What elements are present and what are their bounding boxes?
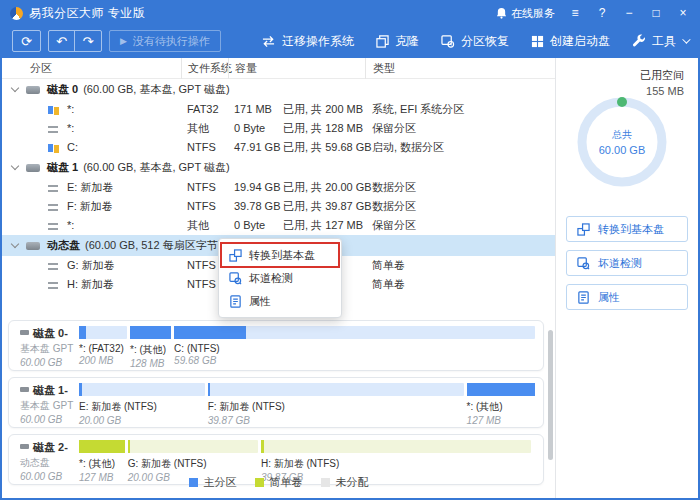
used-value-cell: 0 Byte <box>234 216 265 235</box>
disk-map-label: 磁盘 0-基本盘 GPT60.00 GB <box>20 326 78 368</box>
pending-operations-button[interactable]: ▶ 没有待执行操作 <box>109 30 221 52</box>
partition-segment-name: F: 新加卷 (NTFS) <box>208 400 464 414</box>
partition-name: G: 新加卷 <box>67 259 115 271</box>
table-row-partition[interactable]: E: 新加卷NTFS19.94 GB已用, 共 20.00 GB数据分区 <box>2 178 555 197</box>
toolbar-action-label: 迁移操作系统 <box>282 33 354 50</box>
disk-map-card[interactable]: 磁盘 0-基本盘 GPT60.00 GB*: (FAT32)200 MB*: (… <box>8 320 544 371</box>
toolbar-action-clone[interactable]: 克隆 <box>376 33 419 50</box>
total-value: 60.00 GB <box>574 144 670 156</box>
toolbar-actions: 迁移操作系统克隆分区恢复创建启动盘工具 <box>261 33 688 50</box>
disk-map-bars: E: 新加卷 (NTFS)20.00 GBF: 新加卷 (NTFS)39.87 … <box>79 383 536 426</box>
partition-segment-fill <box>79 326 86 339</box>
help-icon[interactable]: ? <box>595 6 609 20</box>
properties-icon <box>229 295 242 308</box>
main-content: 分区 文件系统 容量 类型 磁盘 0(60.00 GB, 基本盘, GPT 磁盘… <box>2 58 698 498</box>
sidebar-button-properties[interactable]: 属性 <box>566 284 688 310</box>
partition-segment-fill <box>261 440 264 453</box>
table-row-partition[interactable]: F: 新加卷NTFS39.78 GB已用, 共 39.87 GB数据分区 <box>2 197 555 216</box>
filesystem-cell: NTFS <box>187 197 216 216</box>
menu-icon[interactable]: ≡ <box>568 6 582 20</box>
sidebar: 已用空间 155 MB 总共 60.00 GB 转换到基本盘坏道检测属性 <box>555 58 698 498</box>
context-menu-item-label: 坏道检测 <box>249 271 293 286</box>
table-row-partition[interactable]: *:其他0 Byte已用, 共 127 MB保留分区 <box>2 216 555 235</box>
sidebar-button-label: 转换到基本盘 <box>598 222 664 237</box>
sidebar-button-convert-to-basic[interactable]: 转换到基本盘 <box>566 216 688 242</box>
partition-panel: 分区 文件系统 容量 类型 磁盘 0(60.00 GB, 基本盘, GPT 磁盘… <box>2 58 555 498</box>
toolbar-action-label: 分区恢复 <box>461 33 509 50</box>
context-menu-item-convert-to-basic[interactable]: 转换到基本盘 <box>222 244 338 266</box>
disk-map-size: 60.00 GB <box>20 357 78 368</box>
used-value-cell: 0 Byte <box>234 119 265 138</box>
toolbar-action-tools[interactable]: 工具 <box>632 33 688 50</box>
partition-name: C: <box>67 141 78 153</box>
table-row-partition[interactable]: *:其他0 Byte已用, 共 128 MB保留分区 <box>2 119 555 138</box>
redo-button[interactable]: ↷ <box>75 31 101 51</box>
toolbar-action-create-boot-disk[interactable]: 创建启动盘 <box>531 33 610 50</box>
partition-segment[interactable] <box>130 326 171 339</box>
toolbar-action-migrate-os[interactable]: 迁移操作系统 <box>261 33 354 50</box>
maximize-icon[interactable]: □ <box>649 6 663 20</box>
legend-swatch-icon <box>321 478 330 487</box>
filesystem-cell: FAT32 <box>187 100 219 119</box>
undo-button[interactable]: ↶ <box>49 31 75 51</box>
drive-icon <box>20 387 29 392</box>
capacity-cell: 已用, 共 20.00 GB <box>283 178 372 197</box>
partition-segment-name: C: (NTFS) <box>174 343 535 354</box>
table-row-disk[interactable]: 磁盘 1(60.00 GB, 基本盘, GPT 磁盘) <box>2 157 555 178</box>
title-bar: 易我分区大师 专业版 在线服务 ≡ ? − □ × <box>2 2 698 24</box>
disk-map-name: 磁盘 2- <box>20 440 78 455</box>
context-menu-item-label: 属性 <box>249 294 271 309</box>
partition-segment-size: 128 MB <box>130 358 171 369</box>
close-icon[interactable]: × <box>676 6 690 20</box>
partition-segment-name: H: 新加卷 (NTFS) <box>261 457 531 471</box>
minimize-icon[interactable]: − <box>622 6 636 20</box>
refresh-button[interactable]: ⟳ <box>12 30 41 52</box>
legend-swatch-icon <box>189 478 198 487</box>
sidebar-button-surface-test[interactable]: 坏道检测 <box>566 250 688 276</box>
partition-name: E: 新加卷 <box>67 181 113 193</box>
partition-segment[interactable] <box>79 326 127 339</box>
context-menu-item-surface-test[interactable]: 坏道检测 <box>222 267 338 289</box>
undo-redo-group: ↶ ↷ <box>48 30 102 52</box>
scrollbar-thumb[interactable] <box>548 330 553 460</box>
disk-map-bars: *: (FAT32)200 MB*: (其他)128 MBC: (NTFS)59… <box>79 326 536 369</box>
disk-map-type: 基本盘 GPT <box>20 342 78 356</box>
partition-segment[interactable] <box>79 383 205 396</box>
used-value-cell: 171 MB <box>234 100 272 119</box>
legend-label: 未分配 <box>336 475 369 490</box>
partition-segment[interactable] <box>174 326 535 339</box>
filesystem-cell: NTFS <box>187 275 216 294</box>
partition-segment-label: E: 新加卷 (NTFS)20.00 GB <box>79 400 205 426</box>
online-service-button[interactable]: 在线服务 <box>496 6 555 21</box>
sidebar-button-label: 坏道检测 <box>598 256 642 271</box>
disk-map-label: 磁盘 1-基本盘 GPT60.00 GB <box>20 383 78 425</box>
partition-segment-label: *: (FAT32)200 MB <box>79 343 127 369</box>
partition-segment[interactable] <box>261 440 531 453</box>
table-row-partition[interactable]: *:FAT32171 MB已用, 共 200 MB系统, EFI 系统分区 <box>2 100 555 119</box>
type-cell: 数据分区 <box>372 197 416 216</box>
disk-icon <box>26 86 40 94</box>
partition-name: *: <box>67 219 74 231</box>
partition-segment[interactable] <box>79 440 125 453</box>
app-logo-icon <box>10 7 23 20</box>
partition-recovery-icon <box>441 35 455 48</box>
used-space-label: 已用空间 <box>640 68 684 83</box>
header-filesystem: 文件系统 <box>181 58 232 79</box>
drive-icon <box>20 444 29 449</box>
context-menu-item-properties[interactable]: 属性 <box>222 290 338 312</box>
disk-map-card[interactable]: 磁盘 1-基本盘 GPT60.00 GBE: 新加卷 (NTFS)20.00 G… <box>8 377 544 428</box>
used-value-cell: 19.94 GB <box>234 178 280 197</box>
partition-segment-fill <box>130 326 171 339</box>
table-row-partition[interactable]: C:NTFS47.91 GB已用, 共 59.68 GB启动, 数据分区 <box>2 138 555 157</box>
table-row-disk[interactable]: 磁盘 0(60.00 GB, 基本盘, GPT 磁盘) <box>2 79 555 100</box>
migrate-os-icon <box>261 35 276 48</box>
partition-segment[interactable] <box>128 440 258 453</box>
toolbar-action-partition-recovery[interactable]: 分区恢复 <box>441 33 509 50</box>
tools-icon <box>632 34 646 48</box>
context-menu-item-label: 转换到基本盘 <box>249 248 315 263</box>
chevron-down-icon <box>11 84 19 92</box>
partition-segment[interactable] <box>467 383 536 396</box>
partition-segment[interactable] <box>208 383 464 396</box>
disk-map-name: 磁盘 0- <box>20 326 78 341</box>
legend-item: 未分配 <box>321 475 369 490</box>
